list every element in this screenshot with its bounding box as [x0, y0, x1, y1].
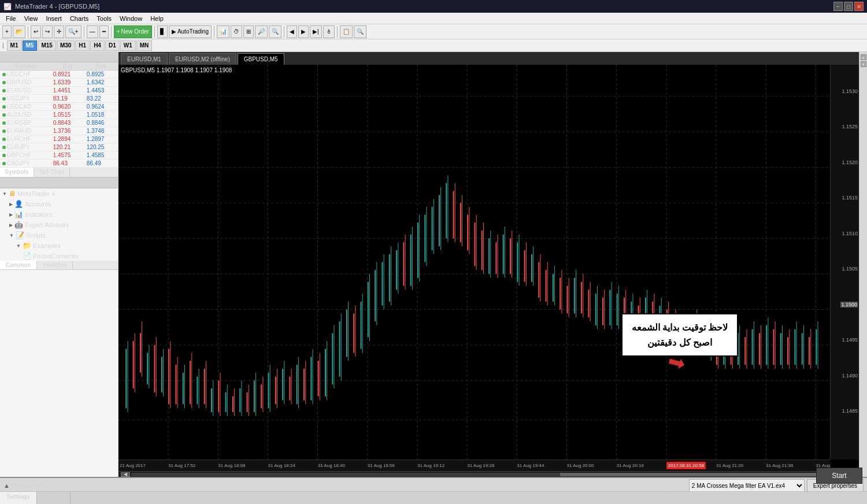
zoom-in2-button[interactable]: 🔍 — [269, 25, 281, 38]
minimize-button[interactable]: − — [833, 2, 843, 11]
zoom-in-button[interactable]: 🔍+ — [65, 25, 81, 38]
nav-close-icon[interactable]: ✕ — [110, 179, 116, 187]
zoom-fit-button[interactable]: ⊞ — [243, 25, 254, 38]
chart-bar-button[interactable]: ▊ — [157, 25, 168, 38]
menu-file[interactable]: File — [2, 14, 20, 23]
template-button[interactable]: 📋 — [340, 25, 353, 38]
svg-rect-216 — [809, 337, 810, 365]
market-watch-row[interactable]: GBPCHF 1.4575 1.4585 — [0, 151, 118, 160]
svg-rect-62 — [261, 384, 262, 408]
tab-symbols[interactable]: Symbols — [0, 168, 34, 177]
redo-button[interactable]: ↪ — [42, 25, 53, 38]
nav-period-converter[interactable]: 📄 PeriodConverter — [0, 251, 118, 261]
market-watch-row[interactable]: USDCAD 0.9620 0.9624 — [0, 103, 118, 111]
tab-settings[interactable]: Settings — [0, 492, 37, 504]
new-order-button[interactable]: + New Order — [114, 25, 152, 38]
market-watch-row[interactable]: EURAUD 1.3736 1.3748 — [0, 127, 118, 135]
time-4: 31 Aug 18:24 — [268, 463, 295, 468]
nav-indicators[interactable]: ▶ 📊 Indicators — [0, 209, 118, 220]
tab-journal[interactable]: Journal — [37, 492, 71, 504]
scroll-track[interactable] — [131, 473, 846, 476]
right-btn-2[interactable]: ▼ — [861, 61, 866, 67]
market-watch-row[interactable]: CADJPY 86.43 86.49 — [0, 160, 118, 168]
menu-help[interactable]: Help — [147, 14, 167, 23]
expert-advisor-select[interactable]: 2 MA Crosses Mega filter EA V1.ex4 — [689, 479, 805, 492]
arrow-right-button[interactable]: ▶ — [298, 25, 309, 38]
nav-accounts[interactable]: ▶ 👤 Accounts — [0, 199, 118, 209]
market-watch-row[interactable]: USDCHF 0.8921 0.8925 — [0, 71, 118, 79]
market-watch-row[interactable]: AUDUSD 1.0515 1.0518 — [0, 111, 118, 119]
nav-tab-common[interactable]: Common — [0, 261, 37, 269]
market-watch-row[interactable]: EURGBP 0.8843 0.8846 — [0, 119, 118, 127]
price-label-3: 1.1520 — [842, 160, 858, 165]
svg-rect-160 — [609, 290, 610, 325]
crosshair-button[interactable]: ✛ — [54, 25, 64, 38]
zoom-out-button[interactable]: 🔎 — [255, 25, 268, 38]
line-button[interactable]: — — [87, 25, 98, 38]
tf-h1[interactable]: H1 — [75, 40, 90, 51]
svg-rect-58 — [247, 392, 248, 412]
chart-tab-eurusd-m2[interactable]: EURUSD,M2 (offline) — [169, 53, 236, 65]
menu-view[interactable]: View — [21, 14, 42, 23]
tf-d1[interactable]: D1 — [105, 40, 120, 51]
chart-canvas[interactable]: GBPUSD,M5 1.1907 1.1908 1.1907 1.1908 — [118, 65, 859, 471]
nav-examples[interactable]: ▼ 📁 Examples — [0, 240, 118, 251]
nav-scripts[interactable]: ▼ 📝 Scripts — [0, 230, 118, 240]
chart-area: EURUSD,M1 EURUSD,M2 (offline) GBPUSD,M5 … — [118, 52, 859, 477]
maximize-button[interactable]: □ — [844, 2, 853, 11]
svg-rect-156 — [595, 294, 596, 325]
svg-rect-90 — [361, 302, 362, 349]
tf-m15[interactable]: M15 — [38, 40, 55, 51]
nav-expert-advisors[interactable]: ▶ 🤖 Expert Advisors — [0, 220, 118, 230]
nav-metatrader4[interactable]: ▼ 🖥 MetaTrader 4 — [0, 188, 118, 199]
ask-cell: 0.9624 — [84, 103, 118, 111]
scroll-thumb[interactable] — [560, 473, 846, 476]
menu-insert[interactable]: Insert — [42, 14, 65, 23]
market-watch-row[interactable]: GBPUSD 1.6339 1.6342 — [0, 79, 118, 87]
menu-tools[interactable]: Tools — [93, 14, 115, 23]
chart-scrollbar[interactable]: ◀ ▶ — [118, 471, 859, 477]
svg-rect-44 — [197, 377, 198, 405]
svg-rect-40 — [183, 373, 184, 405]
open-button[interactable]: 📂 — [13, 25, 25, 38]
title-bar-controls: − □ ✕ — [833, 2, 864, 11]
tf-mn[interactable]: MN — [136, 40, 153, 51]
period-button[interactable]: ⏱ — [231, 25, 242, 38]
menu-window[interactable]: Window — [116, 14, 146, 23]
auto-trading-button[interactable]: ▶ AutoTrading — [169, 25, 212, 38]
nav-tab-favorites[interactable]: Favorites — [37, 261, 73, 269]
candle-button[interactable]: 🕯 — [323, 25, 335, 38]
svg-rect-208 — [780, 333, 781, 365]
tf-h4[interactable]: H4 — [90, 40, 105, 51]
search-button[interactable]: 🔍 — [354, 25, 366, 38]
time-10: 31 Aug 20:00 — [567, 463, 594, 468]
new-bar-button[interactable]: + — [2, 25, 12, 38]
market-watch-row[interactable]: EURCHF 1.2894 1.2897 — [0, 135, 118, 143]
chart-tab-eurusd-m1[interactable]: EURUSD,M1 — [121, 53, 168, 65]
time-6: 31 Aug 18:56 — [368, 463, 395, 468]
svg-rect-42 — [190, 361, 191, 404]
market-watch-row[interactable]: USDJPY 83.19 83.22 — [0, 95, 118, 103]
start-button[interactable]: Start — [816, 468, 862, 484]
tf-m30[interactable]: M30 — [57, 40, 75, 51]
market-watch-row[interactable]: EURJPY 120.21 120.25 — [0, 143, 118, 151]
chart-tab-gbpusd-m5[interactable]: GBPUSD,M5 — [238, 53, 284, 65]
undo-button[interactable]: ↩ — [31, 25, 41, 38]
scroll-left-btn[interactable]: ◀ — [121, 472, 130, 477]
app-icon: 📈 — [3, 3, 12, 10]
svg-rect-30 — [147, 353, 148, 385]
hline-button[interactable]: ━ — [99, 25, 109, 38]
tester-collapse-icon[interactable]: ▲ — [3, 482, 10, 489]
tf-w1[interactable]: W1 — [120, 40, 136, 51]
tf-m1[interactable]: M1 — [7, 40, 22, 51]
arrow-left-button[interactable]: ◀ — [287, 25, 297, 38]
market-watch-row[interactable]: EURUSD 1.4451 1.4453 — [0, 87, 118, 95]
right-btn-1[interactable]: ▲ — [861, 54, 866, 60]
tf-m5[interactable]: M5 — [23, 40, 38, 51]
mw-close-icon[interactable]: ✕ — [110, 53, 116, 61]
tab-tick-chart[interactable]: Tick Chart — [34, 168, 70, 177]
indicators-button[interactable]: 📊 — [217, 25, 229, 38]
close-button[interactable]: ✕ — [854, 2, 864, 11]
menu-charts[interactable]: Charts — [66, 14, 92, 23]
scroll-end-button[interactable]: ▶| — [310, 25, 322, 38]
